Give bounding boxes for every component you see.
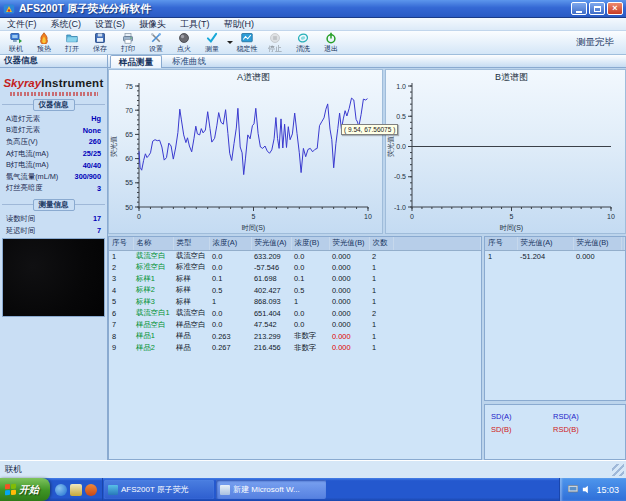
- ignite-button[interactable]: 点火: [170, 31, 198, 54]
- ie-icon[interactable]: [55, 484, 67, 496]
- svg-text:65: 65: [125, 131, 133, 138]
- svg-text:0.0: 0.0: [396, 143, 406, 150]
- cell: 载流空白: [173, 250, 209, 262]
- instrument-info-group: 仪器信息 A道灯元素HgB道灯元素None负高压(V)260A灯电流(mA)25…: [2, 104, 105, 196]
- exit-icon: [325, 32, 337, 44]
- show-desktop-icon[interactable]: [70, 484, 82, 496]
- media-player-icon[interactable]: [85, 484, 97, 496]
- cell: 载流空白1: [133, 308, 173, 320]
- column-header[interactable]: 荧光值(A): [251, 237, 291, 250]
- stop-button[interactable]: 停止: [261, 31, 289, 54]
- measure-button[interactable]: 测量: [198, 31, 226, 54]
- column-header[interactable]: 序号: [109, 237, 133, 250]
- table-row[interactable]: 1载流空白载流空白0.0633.2090.00.0002: [109, 250, 481, 262]
- menu-file[interactable]: 文件(F): [0, 18, 44, 31]
- cell: 216.456: [251, 342, 291, 354]
- cell: 4: [109, 285, 133, 297]
- cell: 1: [209, 296, 251, 308]
- sample-results-table[interactable]: 序号名称类型浓度(A)荧光值(A)浓度(B)荧光值(B)次数1载流空白载流空白0…: [109, 237, 481, 354]
- svg-text:10: 10: [364, 213, 372, 220]
- menu-camera[interactable]: 摄像头: [132, 18, 173, 31]
- column-header[interactable]: 荧光值(A): [517, 237, 573, 250]
- cell: 1: [369, 319, 393, 331]
- svg-text:55: 55: [125, 179, 133, 186]
- cell: 0.000: [329, 331, 369, 343]
- cell: 非数字: [291, 342, 329, 354]
- table-row[interactable]: 4标样2标样0.5402.4270.50.0001: [109, 285, 481, 297]
- status-bar: 联机: [0, 460, 626, 478]
- window-title: AFS200T 原子荧光分析软件: [19, 2, 569, 16]
- svg-text:0.5: 0.5: [396, 113, 406, 120]
- svg-text:5: 5: [510, 213, 514, 220]
- settings-button[interactable]: 设置: [142, 31, 170, 54]
- cell: -51.204: [517, 250, 573, 262]
- reading-table[interactable]: 序号荧光值(A)荧光值(B)1-51.2040.000: [485, 237, 625, 262]
- cell: 样品1: [133, 331, 173, 343]
- tab-sample-measure[interactable]: 样品测量: [110, 55, 162, 68]
- cell: -57.546: [251, 262, 291, 274]
- taskbar-clock: 15:03: [596, 485, 619, 495]
- svg-text:时间(S): 时间(S): [242, 224, 265, 232]
- save-button[interactable]: 保存: [86, 31, 114, 54]
- table-row[interactable]: 2标准空白标准空白0.0-57.5460.00.0001: [109, 262, 481, 274]
- info-row: A道灯元素Hg: [4, 113, 103, 125]
- menu-settings[interactable]: 设置(S): [88, 18, 132, 31]
- word-doc-icon: [220, 485, 230, 495]
- column-header[interactable]: 荧光值(B): [573, 237, 621, 250]
- preheat-button[interactable]: 预热: [30, 31, 58, 54]
- column-header[interactable]: 次数: [369, 237, 393, 250]
- table-row[interactable]: 3标样1标样0.161.6980.10.0001: [109, 273, 481, 285]
- column-header[interactable]: 类型: [173, 237, 209, 250]
- menu-system[interactable]: 系统(C): [44, 18, 89, 31]
- cell: 0.0: [291, 308, 329, 320]
- column-header[interactable]: 序号: [485, 237, 517, 250]
- cell: 0.0: [291, 262, 329, 274]
- cell: 载流空白: [133, 250, 173, 262]
- table-row[interactable]: 6载流空白1载流空白0.0651.4040.00.0002: [109, 308, 481, 320]
- column-header[interactable]: 名称: [133, 237, 173, 250]
- charts-row: A道谱图荧光值5055606570750510时间(S) B道谱图荧光值-1.0…: [108, 68, 626, 234]
- menu-help[interactable]: 帮助(H): [217, 18, 262, 31]
- taskbar-app-afs[interactable]: AFS200T 原子荧光: [104, 480, 214, 499]
- table-row[interactable]: 1-51.2040.000: [485, 250, 625, 262]
- taskbar-app-word[interactable]: 新建 Microsoft W...: [216, 480, 326, 499]
- info-row: 延迟时间7: [4, 225, 103, 237]
- cell: 9: [109, 342, 133, 354]
- channel-b-chart[interactable]: B道谱图荧光值-1.0-0.50.00.51.00510时间(S): [386, 70, 625, 234]
- cell: 样品空白: [133, 319, 173, 331]
- display-tray-icon[interactable]: [568, 485, 578, 494]
- connect-button[interactable]: 联机: [2, 31, 30, 54]
- restore-button[interactable]: [589, 2, 605, 15]
- column-header[interactable]: 浓度(A): [209, 237, 251, 250]
- column-header[interactable]: 浓度(B): [291, 237, 329, 250]
- table-row[interactable]: 7样品空白样品空白0.047.5420.00.0001: [109, 319, 481, 331]
- tab-standard-curve[interactable]: 标准曲线: [164, 55, 214, 68]
- clean-button[interactable]: 清洗: [289, 31, 317, 54]
- channel-a-chart[interactable]: A道谱图荧光值5055606570750510时间(S): [109, 70, 382, 234]
- connect-icon: [10, 32, 22, 44]
- application-window: AFS200T 原子荧光分析软件 × 文件(F) 系统(C) 设置(S) 摄像头…: [0, 0, 626, 501]
- cell: 2: [369, 250, 393, 262]
- svg-text:70: 70: [125, 107, 133, 114]
- volume-icon[interactable]: [582, 485, 592, 494]
- minimize-button[interactable]: [571, 2, 587, 15]
- open-button[interactable]: 打开: [58, 31, 86, 54]
- measure-status-text: 测量完毕: [576, 36, 624, 49]
- start-button[interactable]: 开始: [0, 478, 50, 501]
- table-row[interactable]: 5标样3标样1868.09310.0001: [109, 296, 481, 308]
- close-button[interactable]: ×: [607, 2, 623, 15]
- cell: 样品: [173, 342, 209, 354]
- column-header[interactable]: 荧光值(B): [329, 237, 369, 250]
- svg-text:时间(S): 时间(S): [500, 224, 523, 232]
- cell: 0.267: [209, 342, 251, 354]
- print-button[interactable]: 打印: [114, 31, 142, 54]
- tables-row: 序号名称类型浓度(A)荧光值(A)浓度(B)荧光值(B)次数1载流空白载流空白0…: [108, 236, 626, 460]
- stability-icon: [241, 32, 253, 44]
- stability-button[interactable]: 稳定性: [233, 31, 261, 54]
- table-row[interactable]: 8样品1样品0.263213.299非数字0.0001: [109, 331, 481, 343]
- menu-tools[interactable]: 工具(T): [173, 18, 217, 31]
- resize-grip[interactable]: [612, 464, 624, 476]
- exit-button[interactable]: 退出: [317, 31, 345, 54]
- table-row[interactable]: 9样品2样品0.267216.456非数字0.0001: [109, 342, 481, 354]
- cell: 5: [109, 296, 133, 308]
